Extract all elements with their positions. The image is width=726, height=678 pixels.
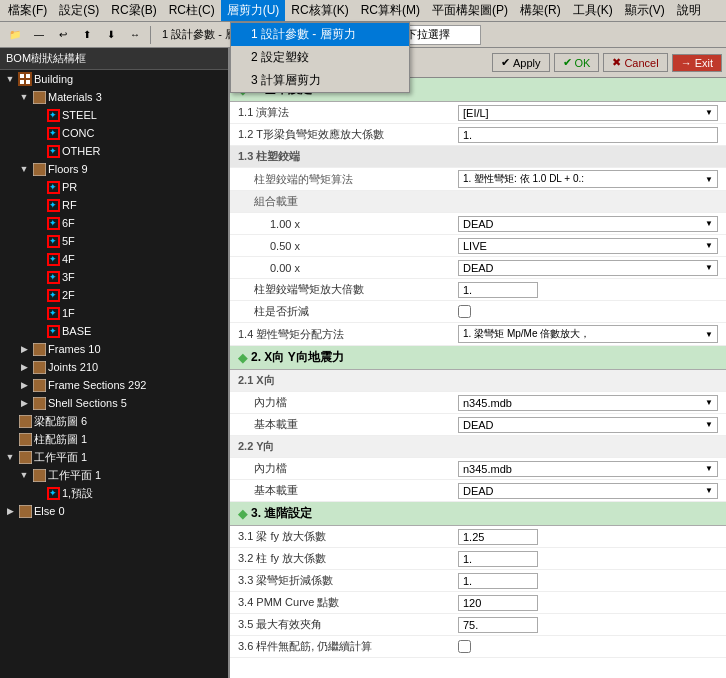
input-hinge-scale[interactable]	[458, 282, 538, 298]
label-1-4: 1.4 塑性彎矩分配方法	[238, 327, 458, 342]
input-3-2[interactable]	[458, 551, 538, 567]
expand-steel: ▶	[32, 109, 44, 121]
tree-item-building[interactable]: ▼ Building	[0, 70, 228, 88]
tree-item-6f[interactable]: ▶ ✦ 6F	[0, 214, 228, 232]
menu-frame[interactable]: 構架(R)	[514, 0, 567, 21]
6f-icon: ✦	[45, 215, 61, 231]
tree-item-5f[interactable]: ▶ ✦ 5F	[0, 232, 228, 250]
tree-rf-label: RF	[62, 199, 77, 211]
toolbar-btn-4[interactable]: ⬆	[76, 24, 98, 46]
combo-y-load[interactable]: DEAD	[458, 483, 718, 499]
tree-item-frames[interactable]: ▶ Frames 10	[0, 340, 228, 358]
menu-help[interactable]: 說明	[671, 0, 707, 21]
cancel-button[interactable]: ✖ Cancel	[603, 53, 667, 72]
frames-icon	[31, 341, 47, 357]
combo-1-1[interactable]: [EI/L]	[458, 105, 718, 121]
dropdown-item-2[interactable]: 2 設定塑鉸	[231, 46, 409, 69]
input-3-1[interactable]	[458, 529, 538, 545]
menu-settings[interactable]: 設定(S)	[53, 0, 105, 21]
tree-item-preset[interactable]: ▶ ✦ 1,預設	[0, 484, 228, 502]
tree-item-other[interactable]: ▶ ✦ OTHER	[0, 142, 228, 160]
combo-1-4[interactable]: 1. 梁彎矩 Mp/Me 倍數放大，	[458, 325, 718, 343]
toolbar-dropdown[interactable]: 下拉選擇	[401, 25, 481, 45]
checkbox-3-6[interactable]	[458, 640, 471, 653]
combo-x-load[interactable]: DEAD	[458, 417, 718, 433]
expand-materials[interactable]: ▼	[18, 91, 30, 103]
5f-icon: ✦	[45, 233, 61, 249]
toolbar-btn-2[interactable]: —	[28, 24, 50, 46]
expand-workplane[interactable]: ▼	[4, 451, 16, 463]
combo-x-file[interactable]: n345.mdb	[458, 395, 718, 411]
tree-item-beam-rebar[interactable]: ▶ 梁配筋圖 6	[0, 412, 228, 430]
tree-item-workplane-sub[interactable]: ▼ 工作平面 1	[0, 466, 228, 484]
combo-y-file[interactable]: n345.mdb	[458, 461, 718, 477]
apply-button[interactable]: ✔ Apply	[492, 53, 550, 72]
exit-button[interactable]: → Exit	[672, 54, 722, 72]
toolbar-btn-5[interactable]: ⬇	[100, 24, 122, 46]
beam-rebar-icon	[17, 413, 33, 429]
input-1-2[interactable]	[458, 127, 718, 143]
combo-col-hinge-method[interactable]: 1. 塑性彎矩: 依 1.0 DL + 0.:	[458, 170, 718, 188]
combo-load-1[interactable]: DEAD	[458, 216, 718, 232]
svg-rect-13	[19, 451, 32, 464]
row-1-2: 1.2 T形梁負彎矩效應放大係數	[230, 124, 726, 146]
tree-item-1f[interactable]: ▶ ✦ 1F	[0, 304, 228, 322]
menu-view[interactable]: 顯示(V)	[619, 0, 671, 21]
menu-tools[interactable]: 工具(K)	[567, 0, 619, 21]
tree-item-4f[interactable]: ▶ ✦ 4F	[0, 250, 228, 268]
tree-item-workplane[interactable]: ▼ 工作平面 1	[0, 448, 228, 466]
conc-icon: ✦	[45, 125, 61, 141]
menu-rc-check[interactable]: RC核算(K)	[285, 0, 354, 21]
svg-rect-14	[33, 469, 46, 482]
tree-item-2f[interactable]: ▶ ✦ 2F	[0, 286, 228, 304]
expand-other: ▶	[32, 145, 44, 157]
tree-item-rf[interactable]: ▶ ✦ RF	[0, 196, 228, 214]
input-3-4[interactable]	[458, 595, 538, 611]
expand-workplane-sub[interactable]: ▼	[18, 469, 30, 481]
dropdown-item-1[interactable]: 1 設計參數 - 層剪力	[231, 23, 409, 46]
dropdown-item-3[interactable]: 3 計算層剪力	[231, 69, 409, 92]
tree-item-frame-sections[interactable]: ▶ Frame Sections 292	[0, 376, 228, 394]
shell-sections-icon	[31, 395, 47, 411]
toolbar-btn-1[interactable]: 📁	[4, 24, 26, 46]
label-2-1: 2.1 X向	[238, 373, 458, 388]
expand-conc: ▶	[32, 127, 44, 139]
tree-item-joints[interactable]: ▶ Joints 210	[0, 358, 228, 376]
combo-load-2[interactable]: LIVE	[458, 238, 718, 254]
checkbox-col-reduce[interactable]	[458, 305, 471, 318]
expand-joints[interactable]: ▶	[18, 361, 30, 373]
menu-plan[interactable]: 平面構架圖(P)	[426, 0, 514, 21]
tree-shell-sections-label: Shell Sections 5	[48, 397, 127, 409]
tree-item-steel[interactable]: ▶ ✦ STEEL	[0, 106, 228, 124]
tree-item-3f[interactable]: ▶ ✦ 3F	[0, 268, 228, 286]
steel-icon: ✦	[45, 107, 61, 123]
expand-frames[interactable]: ▶	[18, 343, 30, 355]
menu-rc-beam[interactable]: RC梁(B)	[105, 0, 162, 21]
menu-shear[interactable]: 層剪力(U)	[221, 0, 286, 21]
expand-building[interactable]: ▼	[4, 73, 16, 85]
content-area: ◆ 1. 基本設定 1.1 演算法 [EI/L] 1.2 T形梁負彎矩效應放大係…	[230, 78, 726, 678]
expand-frame-sections[interactable]: ▶	[18, 379, 30, 391]
toolbar-btn-3[interactable]: ↩	[52, 24, 74, 46]
tree-item-shell-sections[interactable]: ▶ Shell Sections 5	[0, 394, 228, 412]
tree-item-materials[interactable]: ▼ Materials 3	[0, 88, 228, 106]
toolbar-btn-6[interactable]: ↔	[124, 24, 146, 46]
tree-item-col-rebar[interactable]: ▶ 柱配筋圖 1	[0, 430, 228, 448]
expand-floors[interactable]: ▼	[18, 163, 30, 175]
expand-shell-sections[interactable]: ▶	[18, 397, 30, 409]
row-1-1: 1.1 演算法 [EI/L]	[230, 102, 726, 124]
ok-button[interactable]: ✔ OK	[554, 53, 600, 72]
tree-item-floors[interactable]: ▼ Floors 9	[0, 160, 228, 178]
tree-else-label: Else 0	[34, 505, 65, 517]
menu-rc-material[interactable]: RC算料(M)	[355, 0, 426, 21]
menu-rc-col[interactable]: RC柱(C)	[163, 0, 221, 21]
input-3-3[interactable]	[458, 573, 538, 589]
combo-load-3[interactable]: DEAD	[458, 260, 718, 276]
tree-item-base[interactable]: ▶ ✦ BASE	[0, 322, 228, 340]
input-3-5[interactable]	[458, 617, 538, 633]
tree-item-conc[interactable]: ▶ ✦ CONC	[0, 124, 228, 142]
tree-item-pr[interactable]: ▶ ✦ PR	[0, 178, 228, 196]
menu-file[interactable]: 檔案(F)	[2, 0, 53, 21]
tree-item-else[interactable]: ▶ Else 0	[0, 502, 228, 520]
row-x-file: 內力檔 n345.mdb	[230, 392, 726, 414]
